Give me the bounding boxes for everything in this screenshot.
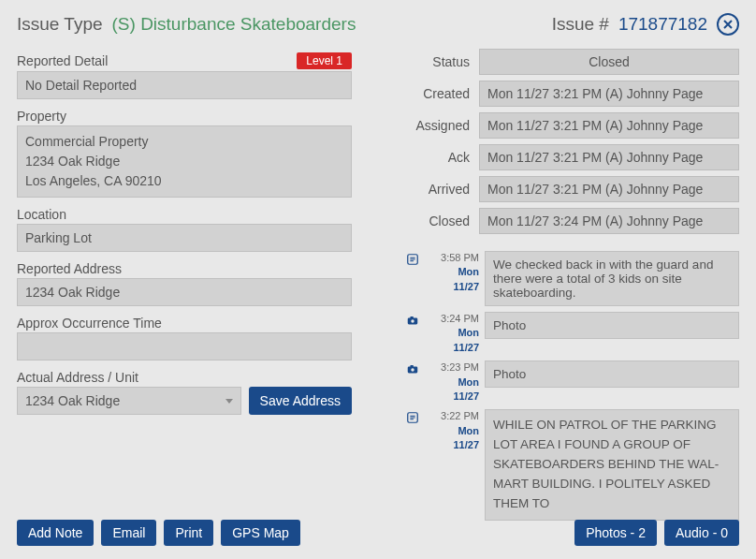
print-button[interactable]: Print bbox=[164, 520, 213, 546]
created-value: Mon 11/27 3:21 PM (A) Johnny Page bbox=[479, 81, 739, 107]
reported-detail-value: No Detail Reported bbox=[17, 71, 352, 99]
closed-value: Mon 11/27 3:24 PM (A) Johnny Page bbox=[479, 208, 739, 234]
footer-left: Add Note Email Print GPS Map bbox=[17, 520, 300, 546]
timeline-content[interactable]: Photo bbox=[485, 312, 739, 339]
timeline-row: 3:22 PM Mon 11/27 WHILE ON PATROL OF THE… bbox=[404, 409, 739, 521]
header-left: Issue Type (S) Disturbance Skateboarders bbox=[17, 14, 356, 35]
actual-address-select[interactable]: 1234 Oak Ridge bbox=[17, 387, 241, 415]
actual-address-row: 1234 Oak Ridge Save Address bbox=[17, 387, 352, 415]
header-right: Issue # 171877182 bbox=[552, 13, 739, 36]
svg-rect-3 bbox=[410, 316, 414, 318]
save-address-button[interactable]: Save Address bbox=[249, 387, 352, 415]
timeline: 3:58 PM Mon 11/27 We checked back in wit… bbox=[404, 251, 739, 521]
level-badge: Level 1 bbox=[297, 52, 352, 69]
status-grid: Status Closed Created Mon 11/27 3:21 PM … bbox=[404, 49, 739, 234]
right-column: Status Closed Created Mon 11/27 3:21 PM … bbox=[404, 49, 739, 526]
assigned-label: Assigned bbox=[404, 118, 470, 133]
columns: Reported Detail Level 1 No Detail Report… bbox=[17, 49, 739, 526]
status-value: Closed bbox=[479, 49, 739, 75]
closed-label: Closed bbox=[404, 213, 470, 228]
email-button[interactable]: Email bbox=[101, 520, 156, 546]
issue-type-value: (S) Disturbance Skateboarders bbox=[112, 14, 356, 35]
property-label: Property bbox=[17, 109, 352, 124]
approx-time-label: Approx Occurrence Time bbox=[17, 316, 352, 331]
issue-type-label: Issue Type bbox=[17, 14, 103, 35]
header: Issue Type (S) Disturbance Skateboarders… bbox=[17, 9, 739, 49]
location-label: Location bbox=[17, 207, 352, 222]
reported-detail-row: Reported Detail Level 1 bbox=[17, 52, 352, 69]
timeline-content[interactable]: We checked back in with the guard and th… bbox=[485, 251, 739, 306]
left-column: Reported Detail Level 1 No Detail Report… bbox=[17, 49, 352, 526]
issue-detail-page: Issue Type (S) Disturbance Skateboarders… bbox=[0, 0, 756, 559]
issue-number-label: Issue # bbox=[552, 14, 609, 35]
issue-number-value: 171877182 bbox=[618, 14, 707, 35]
ack-value: Mon 11/27 3:21 PM (A) Johnny Page bbox=[479, 144, 739, 170]
assigned-value: Mon 11/27 3:21 PM (A) Johnny Page bbox=[479, 112, 739, 139]
location-value: Parking Lot bbox=[17, 224, 352, 252]
audio-button[interactable]: Audio - 0 bbox=[664, 520, 739, 546]
timeline-content[interactable]: Photo bbox=[485, 360, 739, 388]
reported-detail-label: Reported Detail bbox=[17, 53, 108, 68]
reported-address-value: 1234 Oak Ridge bbox=[17, 278, 352, 306]
status-label: Status bbox=[404, 54, 470, 69]
approx-time-value[interactable] bbox=[17, 332, 352, 360]
add-note-button[interactable]: Add Note bbox=[17, 520, 94, 546]
arrived-label: Arrived bbox=[404, 182, 470, 197]
close-icon[interactable] bbox=[717, 13, 739, 36]
ack-label: Ack bbox=[404, 150, 470, 165]
chevron-down-icon bbox=[225, 399, 233, 404]
note-icon bbox=[404, 251, 421, 269]
note-icon bbox=[404, 409, 421, 427]
timeline-row: 3:24 PM Mon 11/27 Photo bbox=[404, 312, 739, 355]
footer: Add Note Email Print GPS Map Photos - 2 … bbox=[17, 520, 739, 546]
timeline-time: 3:24 PM Mon 11/27 bbox=[427, 312, 479, 355]
camera-icon bbox=[404, 312, 421, 330]
arrived-value: Mon 11/27 3:21 PM (A) Johnny Page bbox=[479, 176, 739, 202]
camera-icon bbox=[404, 360, 421, 378]
svg-point-2 bbox=[411, 319, 414, 323]
svg-rect-6 bbox=[410, 365, 414, 367]
gps-map-button[interactable]: GPS Map bbox=[221, 520, 300, 546]
created-label: Created bbox=[404, 86, 470, 101]
timeline-row: 3:23 PM Mon 11/27 Photo bbox=[404, 360, 739, 404]
property-value: Commercial Property 1234 Oak Ridge Los A… bbox=[17, 125, 352, 198]
reported-address-label: Reported Address bbox=[17, 261, 352, 276]
footer-right: Photos - 2 Audio - 0 bbox=[574, 520, 739, 546]
actual-address-value: 1234 Oak Ridge bbox=[25, 393, 120, 408]
timeline-content[interactable]: WHILE ON PATROL OF THE PARKING LOT AREA … bbox=[485, 409, 739, 521]
actual-address-label: Actual Address / Unit bbox=[17, 370, 352, 385]
timeline-time: 3:58 PM Mon 11/27 bbox=[427, 251, 479, 294]
svg-point-5 bbox=[411, 368, 414, 372]
photos-button[interactable]: Photos - 2 bbox=[574, 520, 657, 546]
timeline-time: 3:23 PM Mon 11/27 bbox=[427, 360, 479, 404]
timeline-row: 3:58 PM Mon 11/27 We checked back in wit… bbox=[404, 251, 739, 306]
timeline-time: 3:22 PM Mon 11/27 bbox=[427, 409, 479, 452]
